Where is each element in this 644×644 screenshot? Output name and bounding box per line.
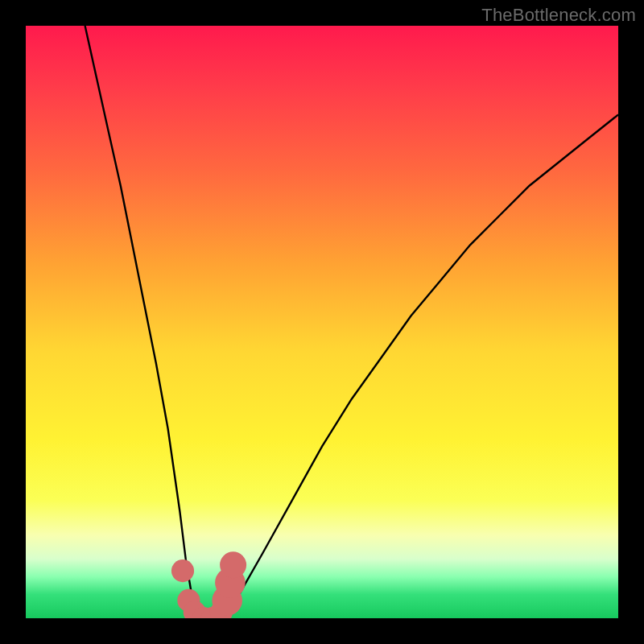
curve-marker: [171, 559, 194, 582]
watermark-text: TheBottleneck.com: [481, 5, 636, 26]
curve-marker: [220, 551, 246, 578]
curve-markers: [171, 551, 246, 618]
chart-frame: TheBottleneck.com: [0, 0, 644, 644]
bottleneck-curve-path: [85, 26, 618, 618]
plot-area: [26, 26, 618, 618]
curve-layer: [26, 26, 618, 618]
